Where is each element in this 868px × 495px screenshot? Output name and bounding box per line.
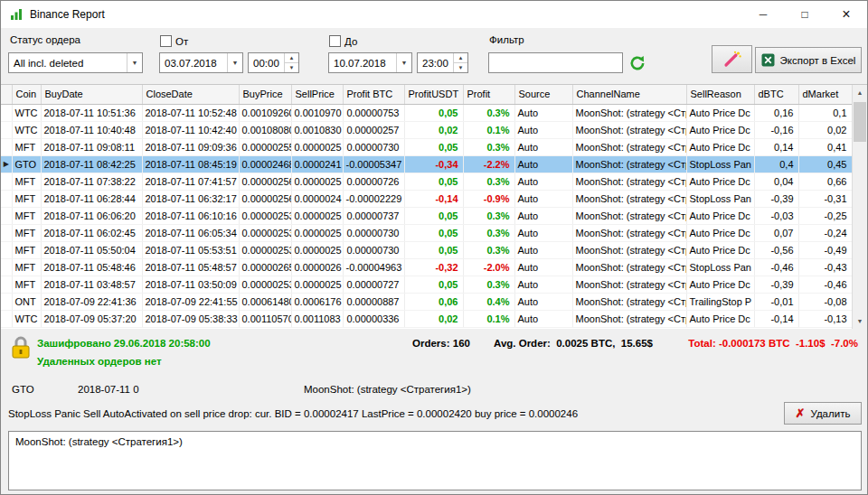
cell-profitUsdt[interactable]: 0,05 [404,207,463,224]
to-date-picker[interactable]: 10.07.2018 ▼ [328,52,412,73]
column-header-channelname[interactable]: ChannelName [572,85,686,104]
cell-profit[interactable]: 0.3% [463,138,514,155]
cell-sellReason[interactable]: Auto Price Dc [686,104,754,121]
cell-profitBtc[interactable]: -0.00004963 [343,258,404,276]
cell-coin[interactable]: MFT [12,258,41,276]
cell-sellReason[interactable]: Auto Price Dc [686,310,754,327]
cell-sellReason[interactable]: Auto Price Dc [686,276,754,293]
cell-buyPrice[interactable]: 0.00000253 [239,207,291,224]
cell-channel[interactable]: MoonShot: (strategy <Стр [572,276,686,293]
maximize-button[interactable]: □ [784,1,826,28]
cell-profitBtc[interactable]: 0.00000887 [343,293,404,310]
cell-coin[interactable]: MFT [12,276,41,293]
cell-closeDate[interactable]: 2018-07-09 22:41:55 [142,293,239,310]
cell-dMarket[interactable]: 0,41 [798,138,852,155]
cell-channel[interactable]: MoonShot: (strategy <Стр [572,207,686,224]
cell-dMarket[interactable]: -0,13 [798,310,852,327]
cell-source[interactable]: Auto [514,241,572,258]
cell-coin[interactable]: MFT [12,241,41,258]
cell-coin[interactable]: MFT [12,224,41,241]
cell-buyDate[interactable]: 2018-07-11 06:02:45 [41,224,142,241]
cell-buyPrice[interactable]: 0.00000255 [239,138,291,155]
table-row[interactable]: MFT2018-07-11 05:50:042018-07-11 05:53:5… [1,241,852,258]
cell-sellReason[interactable]: Auto Price Dc [686,207,754,224]
cell-channel[interactable]: MoonShot: (strategy <Стр [572,121,686,138]
cell-sellReason[interactable]: Auto Price Dc [686,121,754,138]
cell-coin[interactable]: GTO [12,155,41,173]
from-checkbox[interactable]: От [160,35,188,47]
cell-profit[interactable]: 0.3% [463,207,514,224]
cell-coin[interactable]: MFT [12,207,41,224]
cell-source[interactable]: Auto [514,104,572,121]
cell-profit[interactable]: 0.1% [463,310,514,327]
cell-profitBtc[interactable]: 0.00000726 [343,173,404,190]
cell-buyPrice[interactable]: 0.00061480 [239,293,291,310]
cell-buyDate[interactable]: 2018-07-11 05:48:46 [41,258,142,276]
cell-profit[interactable]: -2.2% [463,155,514,173]
cell-buyPrice[interactable]: 0.00000253 [239,276,291,293]
cell-dMarket[interactable]: -0,46 [798,276,852,293]
cell-sellPrice[interactable]: 0.0000025 [291,276,343,293]
cell-profit[interactable]: 0.3% [463,276,514,293]
cell-source[interactable]: Auto [514,293,572,310]
cell-sellPrice[interactable]: 0.0000241 [291,155,343,173]
cell-source[interactable]: Auto [514,276,572,293]
column-header-buydate[interactable]: BuyDate [41,85,142,104]
column-header-source[interactable]: Source [514,85,572,104]
cell-dMarket[interactable]: -0,43 [798,258,852,276]
calendar-dropdown-icon[interactable]: ▼ [396,53,411,72]
cell-channel[interactable]: MoonShot: (strategy <Стр [572,173,686,190]
cell-closeDate[interactable]: 2018-07-11 05:48:57 [142,258,239,276]
cell-dBtc[interactable]: 0,07 [754,224,798,241]
table-row[interactable]: WTC2018-07-11 10:51:362018-07-11 10:52:4… [1,104,852,121]
cell-profitBtc[interactable]: -0.00002229 [343,190,404,207]
cell-dBtc[interactable]: 0,14 [754,138,798,155]
cell-profit[interactable]: 0.4% [463,293,514,310]
cell-sellPrice[interactable]: 0.0011083 [291,310,343,327]
scroll-down-icon[interactable]: ▼ [853,313,867,329]
cell-sellPrice[interactable]: 0.0000024 [291,190,343,207]
cell-profitBtc[interactable]: 0.00000730 [343,224,404,241]
cell-profitBtc[interactable]: 0.00000730 [343,241,404,258]
cell-profitUsdt[interactable]: 0,05 [404,173,463,190]
cell-coin[interactable]: MFT [12,138,41,155]
cell-buyPrice[interactable]: 0.00000256 [239,173,291,190]
cell-channel[interactable]: MoonShot: (strategy <Стр [572,241,686,258]
close-button[interactable]: × [826,1,867,28]
cell-profitBtc[interactable]: 0.00000737 [343,207,404,224]
cell-coin[interactable]: MFT [12,173,41,190]
cell-profit[interactable]: -2.0% [463,258,514,276]
column-header-coin[interactable]: Coin [12,85,41,104]
cell-dMarket[interactable]: 0,45 [798,155,852,173]
cell-dBtc[interactable]: -0,16 [754,121,798,138]
column-header-buyprice[interactable]: BuyPrice [239,85,291,104]
from-checkbox-box[interactable] [160,35,172,47]
cell-channel[interactable]: MoonShot: (strategy <Стр [572,224,686,241]
cell-source[interactable]: Auto [514,155,572,173]
vertical-scrollbar[interactable]: ▲ ▼ [852,85,867,329]
cell-sellPrice[interactable]: 0.0000025 [291,138,343,155]
cell-source[interactable]: Auto [514,258,572,276]
cell-dBtc[interactable]: -0,14 [754,310,798,327]
cell-sellPrice[interactable]: 0.0000025 [291,207,343,224]
cell-channel[interactable]: MoonShot: (strategy <Стр [572,104,686,121]
filter-input[interactable] [488,52,623,73]
table-row[interactable]: MFT2018-07-11 06:28:442018-07-11 06:32:1… [1,190,852,207]
table-row[interactable]: MFT2018-07-11 09:08:112018-07-11 09:09:3… [1,138,852,155]
cell-sellReason[interactable]: Auto Price Dc [686,138,754,155]
cell-dBtc[interactable]: 0,4 [754,155,798,173]
column-header-profit-btc[interactable]: Profit BTC [343,85,404,104]
wand-button[interactable] [712,45,752,73]
table-row[interactable]: MFT2018-07-11 07:38:222018-07-11 07:41:5… [1,173,852,190]
table-row[interactable]: MFT2018-07-11 03:48:572018-07-11 03:50:0… [1,276,852,293]
cell-buyDate[interactable]: 2018-07-11 10:40:48 [41,121,142,138]
cell-buyPrice[interactable]: 0.00110570 [239,310,291,327]
cell-channel[interactable]: MoonShot: (strategy <Стр [572,310,686,327]
cell-sellReason[interactable]: Auto Price Dc [686,241,754,258]
cell-source[interactable]: Auto [514,173,572,190]
cell-channel[interactable]: MoonShot: (strategy <Стр [572,155,686,173]
calendar-dropdown-icon[interactable]: ▼ [227,53,242,72]
table-row[interactable]: MFT2018-07-11 06:06:202018-07-11 06:10:1… [1,207,852,224]
export-excel-button[interactable]: Экспорт в Excel [755,47,862,73]
table-row[interactable]: ONT2018-07-09 22:41:362018-07-09 22:41:5… [1,293,852,310]
